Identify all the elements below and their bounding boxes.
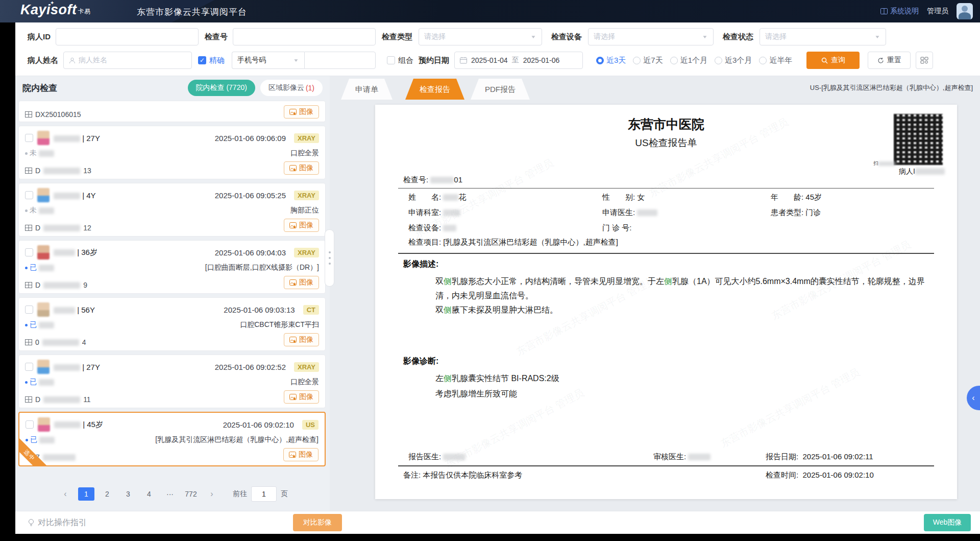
grid-icon	[25, 396, 32, 403]
item-checkbox[interactable]	[25, 305, 33, 314]
selected-ribbon: 选中	[18, 438, 47, 466]
list-item[interactable]: | 56Y 2025-01-06 09:03:13 CT 已 口腔CBCT锥形束…	[18, 297, 326, 351]
refresh-icon	[877, 57, 884, 64]
next-page-button[interactable]: ›	[204, 487, 220, 501]
item-checkbox[interactable]	[26, 420, 34, 429]
range-6m-label[interactable]: 近半年	[769, 56, 792, 65]
range-7d-label[interactable]: 近7天	[643, 56, 663, 65]
list-item[interactable]: | 27Y 2025-01-06 09:02:52 XRAY 已 口腔全景 D1…	[18, 355, 326, 408]
item-checkbox[interactable]	[25, 248, 33, 256]
page-button-3[interactable]: 3	[120, 487, 136, 501]
tab-internal-exams[interactable]: 院内检查 (7720)	[188, 80, 255, 96]
range-3d-radio[interactable]	[596, 57, 604, 64]
status-text: 未	[25, 149, 54, 158]
goto-page-input[interactable]	[251, 486, 277, 502]
list-item[interactable]: | 27Y 2025-01-06 09:06:09 XRAY 未 口腔全景 D1…	[18, 126, 326, 179]
field-dept: 申请科室:	[408, 208, 460, 218]
compare-guide-link[interactable]: 对比操作指引	[28, 511, 87, 534]
web-image-button[interactable]: Web图像	[924, 514, 971, 531]
patient-avatar	[37, 131, 50, 145]
person-icon	[69, 57, 76, 64]
item-checkbox[interactable]	[25, 363, 33, 371]
grid-icon	[25, 111, 32, 117]
remark: 备注: 本报告仅供本院临床科室参考	[403, 471, 522, 480]
patient-name-input[interactable]: 病人姓名	[63, 52, 192, 69]
exam-time: 2025-01-06 09:02:52	[215, 363, 286, 371]
range-1m-label[interactable]: 近1个月	[680, 56, 707, 65]
status-text: 已	[25, 263, 54, 272]
list-item[interactable]: | 4Y 2025-01-06 09:05:25 XRAY 未 胸部正位 D12	[18, 183, 326, 237]
date-range-input[interactable]: 2025-01-04 至 2025-01-06	[454, 52, 583, 69]
image-icon	[289, 109, 297, 115]
list-item-selected[interactable]: | 45岁 2025-01-06 09:02:10 US 已 [乳腺及其引流区淋…	[18, 412, 326, 466]
image-button[interactable]: 图像	[284, 219, 319, 232]
combo-checkbox[interactable]	[387, 56, 395, 64]
range-7d-radio[interactable]	[633, 57, 641, 64]
field-req-doctor: 申请医生:	[602, 208, 657, 218]
exam-device-select[interactable]: 请选择▼	[588, 28, 714, 45]
phone-input[interactable]	[304, 52, 376, 69]
modality-badge: US	[302, 420, 318, 430]
prev-page-button[interactable]: ‹	[57, 487, 74, 501]
diag-section-title: 影像诊断:	[403, 356, 438, 367]
user-avatar[interactable]	[957, 3, 973, 19]
page-button-4[interactable]: 4	[141, 487, 157, 501]
image-button[interactable]: 图像	[284, 333, 319, 346]
panel-resize-handle[interactable]	[325, 229, 334, 287]
tab-application-form[interactable]: 申请单	[341, 79, 393, 100]
goto-label: 前往	[233, 489, 247, 499]
image-button[interactable]: 图像	[284, 105, 319, 119]
exam-id: DX250106015	[35, 110, 81, 119]
field-device: 检查设备:	[408, 223, 456, 233]
tab-pdf-report[interactable]: PDF报告	[471, 79, 530, 100]
logo-star-icon: ✦	[50, 0, 55, 6]
hospital-name: 东营市中医院	[375, 116, 957, 133]
report-sheet: 东营市影像云共享调阅平台 管理员 东营市影像云共享调阅平台 管理员 东营市影像云…	[375, 105, 957, 499]
page-button-1[interactable]: 1	[78, 487, 94, 501]
range-3m-label[interactable]: 近3个月	[725, 56, 752, 65]
page-button-772[interactable]: 772	[183, 487, 199, 501]
exam-status-select[interactable]: 请选择▼	[760, 28, 886, 45]
compare-images-button[interactable]: 对比影像	[293, 514, 342, 531]
patient-avatar	[38, 417, 50, 432]
page-button-2[interactable]: 2	[99, 487, 115, 501]
qr-code	[894, 114, 943, 165]
item-checkbox[interactable]	[25, 191, 33, 199]
user-name[interactable]: 管理员	[927, 7, 948, 16]
exam-type-select[interactable]: 请选择▼	[419, 28, 542, 45]
phone-select[interactable]: 手机号码▼	[232, 52, 304, 69]
system-help-link[interactable]: 系统说明	[880, 7, 919, 16]
image-button[interactable]: 图像	[284, 390, 319, 404]
query-button[interactable]: 查询	[806, 52, 860, 69]
page-ellipsis[interactable]: ···	[162, 487, 178, 501]
tab-exam-report[interactable]: 检查报告	[405, 79, 464, 100]
patient-id-input[interactable]	[56, 28, 199, 45]
desc-paragraph-1: 双侧乳腺形态大小正常，内结构清晰，导管未见明显增宽。于左侧乳腺（1A）可见大小约…	[435, 274, 932, 303]
image-icon	[289, 279, 297, 286]
field-age: 年 龄: 45岁	[771, 193, 822, 202]
exam-no-input[interactable]	[233, 28, 376, 45]
list-item[interactable]: | 36岁 2025-01-06 09:04:03 XRAY 已 [口腔曲面断层…	[18, 240, 326, 294]
view-toggle-button[interactable]	[916, 52, 933, 69]
filter-bar: 病人ID 检查号 检查类型 请选择▼ 检查设备 请选择▼ 检查状态 请选择▼ 病…	[15, 22, 980, 76]
tab-regional-cloud[interactable]: 区域影像云(1)	[260, 80, 323, 96]
reset-button[interactable]: 重置	[868, 52, 911, 69]
exam-desc: [口腔曲面断层,口腔X线摄影（DR）]	[205, 263, 319, 272]
status-text: 已	[25, 320, 54, 330]
exam-desc: 口腔全景	[290, 149, 319, 158]
image-button[interactable]: 图像	[284, 276, 319, 289]
range-6m-radio[interactable]	[759, 57, 767, 64]
modality-badge: CT	[303, 305, 319, 315]
item-checkbox[interactable]	[25, 134, 33, 142]
list-item-partial[interactable]: DX250106015 图像	[18, 101, 326, 122]
exact-checkbox[interactable]: ✓	[198, 56, 206, 64]
image-button[interactable]: 图像	[283, 448, 318, 461]
exam-id: 04	[25, 338, 86, 346]
page-title: 东营市影像云共享调阅平台	[137, 6, 247, 18]
range-1m-radio[interactable]	[670, 57, 678, 64]
chevron-down-icon: ▼	[874, 34, 880, 39]
image-icon	[289, 222, 297, 228]
range-3m-radio[interactable]	[715, 57, 722, 64]
image-button[interactable]: 图像	[284, 161, 319, 175]
range-3d-label[interactable]: 近3天	[606, 56, 626, 65]
